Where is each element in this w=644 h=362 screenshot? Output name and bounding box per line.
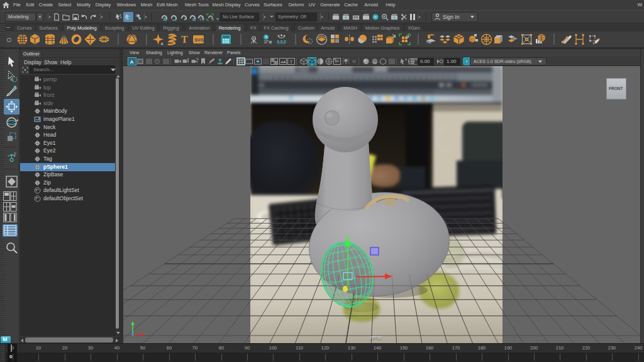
svg-text:T: T: [290, 59, 293, 65]
svg-text:A: A: [130, 59, 134, 65]
svg-text:SVG: SVG: [194, 38, 204, 42]
svg-text:0,0,0: 0,0,0: [277, 40, 287, 45]
svg-text:IPR: IPR: [353, 16, 358, 20]
svg-text:T: T: [181, 34, 188, 45]
